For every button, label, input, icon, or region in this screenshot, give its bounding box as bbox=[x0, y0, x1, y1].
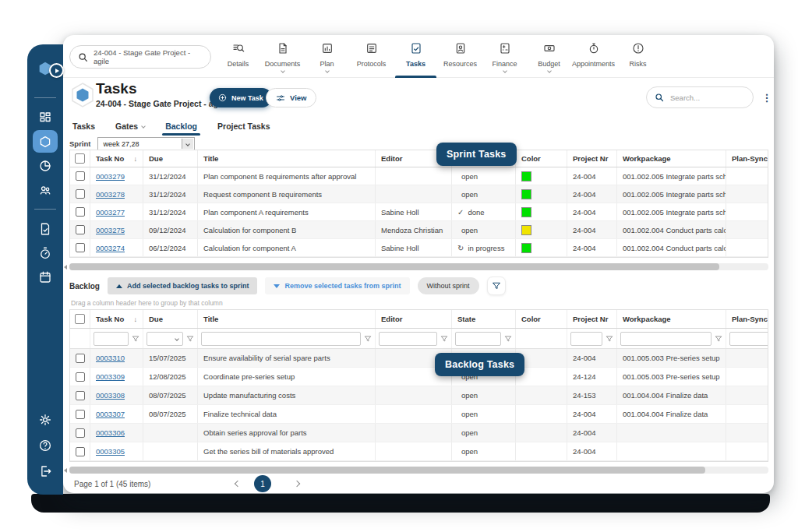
sort-desc-icon[interactable]: ↓ bbox=[134, 155, 138, 163]
tab-project-tasks[interactable]: Project Tasks bbox=[217, 122, 270, 131]
tab-gates[interactable]: Gates bbox=[115, 122, 145, 131]
topnav-item-tasks[interactable]: Tasks bbox=[394, 35, 438, 78]
scroll-left-arrow-icon[interactable] bbox=[64, 468, 67, 473]
row-checkbox[interactable] bbox=[76, 428, 85, 438]
topnav-item-resources[interactable]: Resources bbox=[438, 35, 482, 78]
column-header-color[interactable]: Color bbox=[516, 310, 567, 328]
task-number-link[interactable]: 0003277 bbox=[96, 208, 125, 217]
task-number-link[interactable]: 0003310 bbox=[96, 354, 125, 362]
column-header-editor[interactable]: Editor bbox=[376, 310, 452, 328]
prev-page-button[interactable] bbox=[231, 477, 244, 490]
topnav-item-documents[interactable]: Documents bbox=[260, 35, 305, 78]
column-header-title[interactable]: Title bbox=[198, 150, 376, 167]
dropdown-button[interactable] bbox=[182, 139, 193, 149]
without-sprint-chip[interactable]: Without sprint bbox=[418, 277, 479, 294]
remove-from-sprint-button[interactable]: Remove selected tasks from sprint bbox=[265, 277, 409, 294]
task-number-link[interactable]: 0003278 bbox=[96, 190, 125, 199]
taskno-filter-input[interactable] bbox=[94, 332, 129, 346]
column-header-plansync[interactable]: Plan-Sync bbox=[726, 310, 768, 328]
filter-funnel-icon[interactable] bbox=[132, 335, 139, 343]
table-row[interactable]: 0003309 12/08/2025 Coordinate pre-series… bbox=[70, 368, 768, 386]
current-page-button[interactable]: 1 bbox=[254, 475, 271, 492]
row-checkbox[interactable] bbox=[76, 372, 85, 382]
table-row[interactable]: 0003277 31/12/2024 Plan component A requ… bbox=[70, 203, 768, 221]
add-to-sprint-button[interactable]: Add selected backlog tasks to sprint bbox=[108, 277, 258, 294]
sort-desc-icon[interactable]: ↓ bbox=[134, 315, 138, 323]
table-row[interactable]: 0003279 31/12/2024 Plan component B requ… bbox=[70, 167, 768, 185]
project-search-box[interactable]: 24-004 - Stage Gate Project - agile bbox=[69, 45, 211, 69]
row-checkbox[interactable] bbox=[76, 354, 85, 363]
sidebar-item-pie-chart[interactable] bbox=[33, 154, 58, 177]
filter-funnel-icon[interactable] bbox=[364, 335, 372, 343]
column-header-workpackage[interactable]: Workpackage bbox=[617, 310, 726, 328]
state-filter-input[interactable] bbox=[455, 332, 501, 346]
column-header-workpackage[interactable]: Workpackage bbox=[617, 150, 726, 167]
sidebar-item-dashboard[interactable] bbox=[33, 106, 58, 129]
table-row[interactable]: 0003274 06/12/2024 Calculation for compo… bbox=[70, 239, 768, 257]
row-checkbox[interactable] bbox=[76, 447, 85, 456]
filter-funnel-icon[interactable] bbox=[440, 335, 448, 343]
table-row[interactable]: 0003306 Obtain series approval for parts… bbox=[70, 424, 768, 442]
sidebar-item-document-check[interactable] bbox=[33, 217, 58, 240]
column-header-state[interactable]: State bbox=[452, 310, 516, 328]
column-header-due[interactable]: Due bbox=[143, 150, 198, 167]
backlog-table-hscrollbar[interactable] bbox=[69, 467, 768, 474]
view-button[interactable]: View bbox=[266, 88, 316, 107]
table-row[interactable]: 0003310 15/07/2025 Ensure availability o… bbox=[70, 349, 768, 368]
column-header-title[interactable]: Title bbox=[198, 310, 376, 328]
projectnr-filter-input[interactable] bbox=[570, 332, 602, 346]
workpackage-filter-input[interactable] bbox=[620, 332, 711, 346]
tab-tasks[interactable]: Tasks bbox=[72, 122, 95, 131]
sidebar-expand-button[interactable] bbox=[49, 63, 64, 78]
topnav-item-protocols[interactable]: Protocols bbox=[349, 35, 394, 78]
row-checkbox[interactable] bbox=[76, 189, 85, 199]
column-header-projectnr[interactable]: Project Nr bbox=[567, 150, 617, 167]
column-header-taskno[interactable]: Task No↓ bbox=[90, 310, 143, 328]
scrollbar-thumb[interactable] bbox=[69, 467, 705, 474]
sidebar-item-timer[interactable] bbox=[33, 241, 58, 264]
sprint-select[interactable]: week 27,28 bbox=[97, 137, 195, 150]
filter-funnel-icon[interactable] bbox=[186, 335, 194, 343]
sidebar-item-settings[interactable] bbox=[33, 408, 58, 431]
sprint-table-hscrollbar[interactable] bbox=[69, 263, 768, 270]
filter-button[interactable] bbox=[487, 277, 506, 295]
column-header-color[interactable]: Color bbox=[516, 150, 567, 167]
task-number-link[interactable]: 0003306 bbox=[96, 428, 125, 437]
task-number-link[interactable]: 0003308 bbox=[96, 391, 125, 400]
select-all-checkbox[interactable] bbox=[75, 314, 85, 324]
plansync-filter-input[interactable] bbox=[729, 332, 768, 346]
sidebar-item-logout[interactable] bbox=[33, 460, 58, 482]
table-row[interactable]: 0003308 08/07/2025 Update manufacturing … bbox=[70, 386, 768, 405]
row-checkbox[interactable] bbox=[76, 225, 85, 234]
table-row[interactable]: 0003307 08/07/2025 Finalize technical da… bbox=[70, 405, 768, 424]
column-header-projectnr[interactable]: Project Nr bbox=[567, 310, 617, 328]
next-page-button[interactable] bbox=[291, 477, 303, 490]
task-number-link[interactable]: 0003309 bbox=[96, 372, 125, 381]
topnav-item-budget[interactable]: Budget bbox=[527, 35, 571, 78]
table-row[interactable]: 0003305 Get the series bill of materials… bbox=[70, 442, 768, 461]
select-all-checkbox[interactable] bbox=[75, 153, 85, 164]
sidebar-item-help[interactable] bbox=[33, 434, 58, 456]
column-header-due[interactable]: Due bbox=[143, 310, 198, 328]
table-row[interactable]: 0003278 31/12/2024 Request component B r… bbox=[70, 185, 768, 203]
task-number-link[interactable]: 0003305 bbox=[96, 447, 125, 456]
row-checkbox[interactable] bbox=[76, 391, 85, 400]
topnav-item-risks[interactable]: Risks bbox=[616, 35, 660, 78]
task-number-link[interactable]: 0003275 bbox=[96, 226, 125, 234]
row-checkbox[interactable] bbox=[76, 243, 85, 252]
due-filter-select[interactable] bbox=[147, 332, 183, 346]
sidebar-item-calendar[interactable] bbox=[33, 266, 58, 288]
tab-backlog[interactable]: Backlog bbox=[165, 122, 197, 131]
title-filter-input[interactable] bbox=[201, 332, 361, 346]
kebab-menu-icon[interactable]: ⋮ bbox=[760, 86, 774, 108]
filter-funnel-icon[interactable] bbox=[606, 335, 613, 343]
filter-funnel-icon[interactable] bbox=[715, 335, 722, 343]
editor-filter-input[interactable] bbox=[379, 332, 437, 346]
row-checkbox[interactable] bbox=[76, 410, 85, 419]
task-number-link[interactable]: 0003307 bbox=[96, 410, 125, 418]
topnav-item-details[interactable]: Details bbox=[216, 35, 260, 78]
row-checkbox[interactable] bbox=[76, 207, 85, 217]
table-row[interactable]: 0003275 09/12/2024 Calculation for compo… bbox=[70, 221, 768, 239]
scrollbar-thumb[interactable] bbox=[69, 263, 719, 270]
scroll-left-arrow-icon[interactable] bbox=[64, 265, 67, 270]
